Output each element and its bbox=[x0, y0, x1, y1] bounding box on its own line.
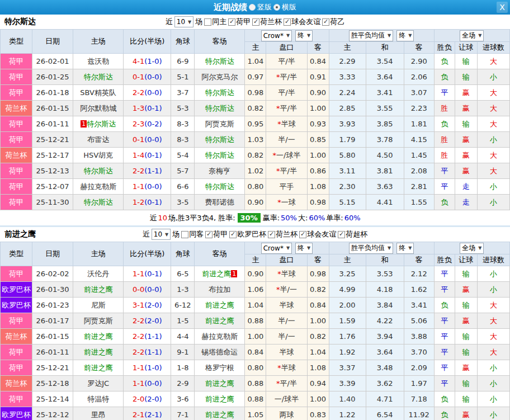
corner-cell: 7-1 bbox=[171, 407, 195, 420]
home-team-name: 里昂 bbox=[91, 410, 106, 419]
handicap-name: 两球 bbox=[279, 410, 294, 419]
score-cell: 1-1(1-0) bbox=[124, 360, 171, 376]
odds-home: 0.80 bbox=[245, 179, 266, 195]
odds-away: 0.98 bbox=[307, 195, 329, 210]
result-handicap: 赢 bbox=[455, 148, 477, 163]
odds-home: 1.06 bbox=[245, 282, 266, 298]
odds-home: 0.82 bbox=[245, 148, 266, 163]
avg-draw: 3.63 bbox=[366, 179, 404, 195]
score-cell: 1-3(0-1) bbox=[124, 101, 171, 116]
summary-count: 10 bbox=[158, 214, 167, 222]
bookmaker-select[interactable]: Crow*▼ bbox=[261, 30, 292, 41]
league-checkbox-0-label: 荷甲 bbox=[236, 17, 251, 27]
sub-handicap-result: 让球 bbox=[455, 42, 477, 54]
league-checkbox-3[interactable]: ✓荷乙 bbox=[322, 17, 344, 27]
radio-horizontal[interactable] bbox=[273, 4, 280, 11]
avg-away: 2.08 bbox=[404, 163, 434, 179]
league-checkbox-0[interactable]: ✓荷甲 bbox=[228, 17, 251, 27]
avg-select[interactable]: 胜平负均值▼ bbox=[349, 243, 393, 254]
halftime-score: (2-1) bbox=[144, 410, 162, 419]
away-team: 赫拉克勒斯 bbox=[195, 329, 245, 345]
sub-away-odds: 客 bbox=[307, 254, 329, 266]
result-wdl: 胜 bbox=[434, 132, 455, 148]
date-cell: 25-12-21 bbox=[32, 360, 73, 376]
result-wdl: 平 bbox=[434, 266, 455, 282]
league-checkbox-4[interactable]: ✓荷超杯 bbox=[338, 229, 367, 239]
checkbox-checked-icon: ✓ bbox=[268, 231, 275, 238]
handicap-cell: 半/一 bbox=[266, 329, 307, 345]
away-team: 前进之鹰 bbox=[195, 407, 245, 420]
date-cell: 26-01-30 bbox=[32, 282, 73, 298]
date-cell: 25-12-18 bbox=[32, 376, 73, 391]
same-venue-checkbox[interactable]: 同客 bbox=[181, 229, 204, 239]
final-select-1[interactable]: 终▼ bbox=[295, 30, 313, 41]
halftime-score: (1-1) bbox=[144, 332, 162, 341]
type-badge: 荷甲 bbox=[1, 54, 32, 69]
league-checkbox-3-label: 荷乙 bbox=[330, 17, 344, 27]
avg-select[interactable]: 胜平负均值▼ bbox=[349, 30, 393, 41]
home-team-name: 赫拉克勒斯 bbox=[80, 182, 116, 191]
away-team-name: 前进之鹰 bbox=[205, 410, 234, 419]
halftime-score: (0-1) bbox=[144, 151, 162, 159]
section-filter-bar: 特尔斯达近10▼场同主✓荷甲✓荷兰杯✓球会友谊✓荷乙 bbox=[0, 15, 510, 29]
chevron-down-icon: ▼ bbox=[408, 246, 412, 251]
handicap-name: 半球 bbox=[281, 270, 296, 278]
league-checkbox-3[interactable]: ✓球会友谊 bbox=[299, 229, 336, 239]
bookmaker-select[interactable]: Crow*▼ bbox=[261, 243, 292, 254]
home-team: 1特尔斯达 bbox=[73, 116, 124, 132]
result-goals: 小 bbox=[477, 69, 509, 85]
avg-home: 3.11 bbox=[329, 163, 366, 179]
fulltime-score: 1-4 bbox=[133, 151, 144, 159]
home-team: 特温特 bbox=[73, 391, 124, 407]
handicap-name: 半球 bbox=[281, 364, 296, 372]
final-select-2[interactable]: 终▼ bbox=[396, 30, 414, 41]
league-checkbox-1[interactable]: ✓荷兰杯 bbox=[252, 17, 282, 27]
final-select-1-value: 终 bbox=[298, 31, 304, 40]
chevron-down-icon: ▼ bbox=[286, 33, 290, 38]
type-badge: 荷甲 bbox=[1, 116, 32, 132]
result-wdl: 平 bbox=[434, 85, 455, 101]
corner-cell: 1-3 bbox=[171, 282, 195, 298]
home-team-name: SBV精英队 bbox=[80, 88, 116, 97]
league-checkbox-0[interactable]: ✓荷甲 bbox=[205, 229, 228, 239]
match-count-select[interactable]: 10▼ bbox=[152, 229, 171, 240]
handicap-name: 半球 bbox=[279, 301, 294, 309]
close-icon[interactable]: X bbox=[497, 2, 508, 13]
date-cell: 26-01-15 bbox=[32, 329, 73, 345]
result-wdl: 平 bbox=[434, 345, 455, 360]
radio-vertical[interactable] bbox=[249, 4, 256, 11]
home-team-name: 特温特 bbox=[87, 395, 109, 403]
result-wdl: 平 bbox=[434, 329, 455, 345]
col-type: 类型 bbox=[1, 30, 32, 54]
type-badge: 欧罗巴杯 bbox=[1, 282, 32, 298]
match-count-select[interactable]: 10▼ bbox=[174, 16, 193, 27]
odds-home: 0.97 bbox=[245, 69, 266, 85]
same-venue-checkbox[interactable]: 同主 bbox=[204, 17, 226, 27]
home-team: 前进之鹰 bbox=[73, 345, 124, 360]
result-wdl: 平 bbox=[434, 179, 455, 195]
same-venue-checkbox-label: 同客 bbox=[189, 229, 204, 239]
halftime-score: (0-1) bbox=[144, 104, 162, 112]
league-checkbox-1[interactable]: ✓欧罗巴杯 bbox=[229, 229, 266, 239]
handicap-name: 平/半 bbox=[278, 57, 295, 65]
scope-select[interactable]: 全场▼ bbox=[460, 243, 484, 254]
radio-vertical-label: 竖版 bbox=[257, 2, 272, 12]
match-row: 欧罗巴杯25-12-12里昂2-1(2-1)7-1前进之鹰1.05两球0.831… bbox=[1, 407, 510, 420]
type-badge: 荷甲 bbox=[1, 163, 32, 179]
result-handicap: 输 bbox=[455, 116, 477, 132]
result-handicap: 输 bbox=[455, 298, 477, 313]
near-label: 近 bbox=[143, 229, 150, 239]
final-select-1[interactable]: 终▼ bbox=[295, 243, 313, 254]
away-team-name: 前进之鹰 bbox=[205, 379, 234, 388]
home-team-name: 阿贾克斯 bbox=[84, 317, 113, 325]
league-checkbox-2[interactable]: ✓荷兰杯 bbox=[268, 229, 298, 239]
scope-select[interactable]: 全场▼ bbox=[460, 30, 484, 41]
corner-cell: 5-7 bbox=[171, 163, 195, 179]
home-team-name: 特尔斯达 bbox=[84, 73, 113, 81]
odds-home: 1.05 bbox=[245, 407, 266, 420]
halftime-score: (0-2) bbox=[144, 120, 162, 128]
league-checkbox-2[interactable]: ✓球会友谊 bbox=[284, 17, 320, 27]
unit-label: 场 bbox=[195, 17, 202, 27]
odds-home: 0.90 bbox=[245, 195, 266, 210]
final-select-2[interactable]: 终▼ bbox=[396, 243, 414, 254]
